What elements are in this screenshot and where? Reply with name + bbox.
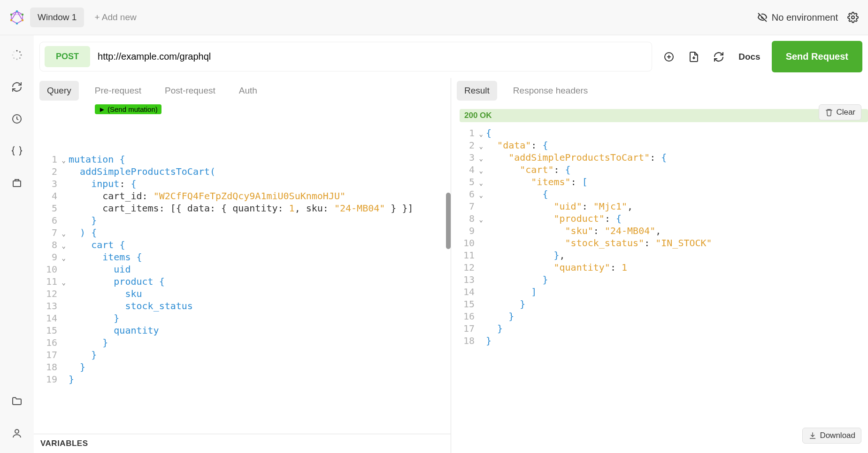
tab-pre-request[interactable]: Pre-request bbox=[87, 81, 149, 101]
download-button[interactable]: Download bbox=[802, 428, 861, 444]
tab-result[interactable]: Result bbox=[457, 81, 497, 101]
url-input[interactable] bbox=[95, 47, 647, 66]
svg-point-18 bbox=[13, 51, 15, 53]
gear-icon bbox=[847, 12, 859, 23]
tab-auth[interactable]: Auth bbox=[231, 81, 265, 101]
http-method-badge[interactable]: POST bbox=[45, 46, 90, 67]
status-badge: 200 OK bbox=[460, 109, 868, 122]
query-editor[interactable]: 1mutation {2 addSimpleProductsToCart(3 i… bbox=[34, 103, 451, 434]
clear-button[interactable]: Clear bbox=[819, 104, 861, 120]
save-file-icon[interactable] bbox=[689, 51, 699, 62]
reload-icon[interactable] bbox=[713, 51, 724, 62]
svg-point-10 bbox=[852, 16, 854, 19]
svg-point-15 bbox=[16, 59, 18, 60]
svg-point-7 bbox=[16, 23, 18, 24]
top-bar: Window 1 + Add new No environment bbox=[0, 0, 868, 35]
result-pane: Result Response headers Clear 200 OK 1{2… bbox=[451, 78, 868, 453]
svg-rect-20 bbox=[13, 181, 21, 187]
window-tabs: Window 1 + Add new bbox=[30, 8, 142, 27]
sidebar-variables-icon[interactable] bbox=[11, 145, 23, 156]
svg-point-14 bbox=[19, 57, 21, 59]
sidebar-folder-icon[interactable] bbox=[11, 396, 23, 407]
docs-button[interactable]: Docs bbox=[738, 52, 760, 62]
svg-point-5 bbox=[22, 14, 23, 16]
sidebar-user-icon[interactable] bbox=[11, 428, 23, 439]
query-pane: Query Pre-request Post-request Auth ► (S… bbox=[34, 78, 451, 453]
window-tab-1[interactable]: Window 1 bbox=[30, 8, 84, 27]
tab-post-request[interactable]: Post-request bbox=[157, 81, 223, 101]
add-tab-button[interactable]: + Add new bbox=[89, 8, 142, 27]
svg-point-12 bbox=[19, 51, 21, 53]
eye-off-icon bbox=[757, 12, 768, 23]
svg-point-21 bbox=[15, 430, 19, 433]
send-mutation-hint[interactable]: ► (Send mutation) bbox=[95, 104, 161, 114]
variables-section-header[interactable]: VARIABLES bbox=[34, 434, 451, 453]
tab-query[interactable]: Query bbox=[39, 81, 79, 101]
add-icon[interactable] bbox=[663, 51, 675, 62]
trash-icon bbox=[825, 108, 833, 117]
send-request-button[interactable]: Send Request bbox=[772, 41, 862, 72]
sidebar-history-icon[interactable] bbox=[11, 113, 23, 125]
download-icon bbox=[808, 431, 817, 440]
result-viewer[interactable]: 1{2 "data": {3 "addSimpleProductsToCart"… bbox=[451, 122, 868, 453]
request-bar: POST Docs Send Request bbox=[34, 35, 868, 78]
svg-point-16 bbox=[13, 57, 15, 59]
sidebar-loading-icon[interactable] bbox=[11, 49, 23, 61]
left-sidebar bbox=[0, 35, 34, 453]
settings-button[interactable] bbox=[847, 12, 859, 23]
svg-point-11 bbox=[16, 50, 18, 52]
environment-label: No environment bbox=[772, 12, 838, 23]
svg-point-17 bbox=[12, 55, 14, 56]
sidebar-collections-icon[interactable] bbox=[11, 177, 23, 188]
svg-point-13 bbox=[21, 55, 22, 56]
app-logo-icon bbox=[9, 10, 24, 25]
svg-point-4 bbox=[16, 10, 18, 12]
svg-point-8 bbox=[10, 19, 12, 21]
sidebar-sync-icon[interactable] bbox=[11, 81, 23, 93]
tab-response-headers[interactable]: Response headers bbox=[506, 81, 596, 101]
scrollbar-thumb[interactable] bbox=[446, 193, 451, 249]
environment-selector[interactable]: No environment bbox=[757, 12, 838, 23]
svg-point-6 bbox=[22, 19, 23, 21]
svg-point-9 bbox=[10, 14, 12, 16]
